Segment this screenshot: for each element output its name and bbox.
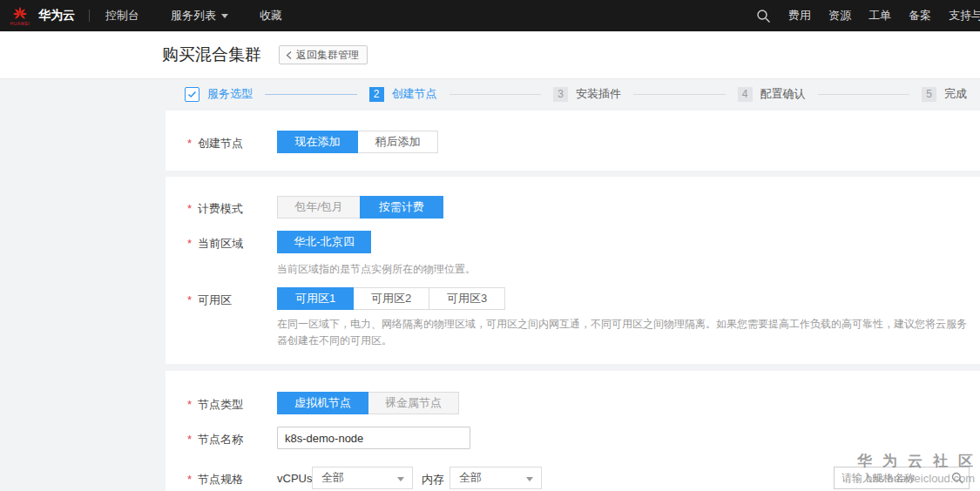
topbar-divider: [89, 10, 90, 22]
topbar-item-resources[interactable]: 资源: [828, 8, 851, 24]
node-name-label: 节点名称: [187, 432, 243, 447]
step-install-addons: 3 安装插件: [553, 86, 621, 102]
node-name-input[interactable]: [277, 427, 470, 449]
az-options: 可用区1 可用区2 可用区3: [277, 287, 505, 310]
option-pay-per-use[interactable]: 按需计费: [360, 196, 443, 219]
logo-word: HUAWEI: [10, 21, 30, 26]
section-create-node: 创建节点 现在添加 稍后添加: [166, 111, 980, 171]
chevron-down-icon: [526, 477, 533, 481]
topbar-item-tickets[interactable]: 工单: [868, 8, 891, 24]
topbar-item-service-list[interactable]: 服务列表: [171, 8, 228, 24]
huawei-flower-icon: [10, 6, 30, 22]
option-az2[interactable]: 可用区2: [353, 287, 429, 310]
step-connector: [633, 94, 726, 95]
topbar-item-icp[interactable]: 备案: [909, 8, 931, 24]
node-flavor-label: 节点规格: [187, 472, 243, 488]
topbar: HUAWEI 华为云 控制台 服务列表 收藏 费用 资源 工单 备案 支持与服务: [0, 0, 980, 31]
option-add-now[interactable]: 现在添加: [277, 131, 358, 153]
create-node-options: 现在添加 稍后添加: [277, 131, 438, 153]
search-icon[interactable]: [951, 472, 963, 488]
node-type-options: 虚拟机节点 裸金属节点: [277, 392, 459, 414]
region-hint: 当前区域指的是节点实例所在的物理位置。: [277, 261, 476, 278]
section-billing-region: 计费模式 包年/包月 按需计费 当前区域 华北-北京四 当前区域指的是节点实例所…: [166, 177, 980, 364]
az-label: 可用区: [187, 293, 232, 308]
topbar-item-support[interactable]: 支持与服务: [949, 8, 980, 24]
topbar-search-icon[interactable]: [756, 9, 771, 24]
step-complete: 5 完成: [922, 86, 967, 102]
option-add-later[interactable]: 稍后添加: [357, 131, 438, 153]
memory-dropdown[interactable]: 全部: [449, 467, 542, 489]
node-type-label: 节点类型: [187, 397, 243, 413]
option-bare-metal-node[interactable]: 裸金属节点: [368, 392, 459, 414]
step-create-node: 2 创建节点: [369, 86, 437, 102]
step-connector: [449, 94, 542, 95]
section-node-config: 节点类型 虚拟机节点 裸金属节点 节点名称 节点规格 vCPUs 全部 内存 全…: [166, 371, 980, 491]
option-vm-node[interactable]: 虚拟机节点: [277, 392, 368, 414]
step-done-check-icon: [185, 87, 199, 102]
topbar-item-console[interactable]: 控制台: [105, 8, 139, 24]
huawei-logo[interactable]: HUAWEI: [7, 6, 33, 26]
billing-mode-options: 包年/包月 按需计费: [277, 196, 443, 219]
flavor-search-input[interactable]: [834, 467, 970, 489]
region-label: 当前区域: [187, 236, 243, 252]
page-title: 购买混合集群: [162, 44, 261, 66]
chevron-left-icon: [285, 50, 293, 60]
option-az3[interactable]: 可用区3: [429, 287, 505, 310]
billing-mode-label: 计费模式: [187, 201, 243, 217]
step-connector: [265, 94, 357, 95]
flavor-search: [834, 467, 970, 489]
chevron-down-icon: [221, 14, 228, 18]
az-hint: 在同一区域下，电力、网络隔离的物理区域，可用区之间内网互通，不同可用区之间物理隔…: [277, 316, 970, 349]
vcpus-dropdown[interactable]: 全部: [312, 467, 413, 489]
step-connector: [818, 94, 910, 95]
brand-huaweicloud[interactable]: 华为云: [38, 8, 75, 24]
region-options: 华北-北京四: [277, 231, 371, 253]
vcpus-label: vCPUs: [277, 472, 312, 485]
option-yearly-monthly[interactable]: 包年/包月: [277, 196, 361, 219]
step-confirm-config: 4 配置确认: [738, 86, 806, 102]
step-indicator: 服务选型 2 创建节点 3 安装插件 4 配置确认 5 完成: [185, 86, 967, 102]
memory-label: 内存: [422, 472, 444, 488]
chevron-down-icon: [397, 477, 404, 481]
back-to-cluster-button[interactable]: 返回集群管理: [279, 45, 368, 64]
topbar-item-billing[interactable]: 费用: [788, 8, 811, 24]
topbar-item-favorites[interactable]: 收藏: [260, 8, 282, 24]
option-az1[interactable]: 可用区1: [277, 287, 354, 310]
create-node-label: 创建节点: [187, 136, 243, 151]
step-service-selection: 服务选型: [185, 86, 253, 102]
option-region-cn-north4[interactable]: 华北-北京四: [277, 231, 371, 253]
page-header: 购买混合集群 返回集群管理: [0, 31, 980, 79]
